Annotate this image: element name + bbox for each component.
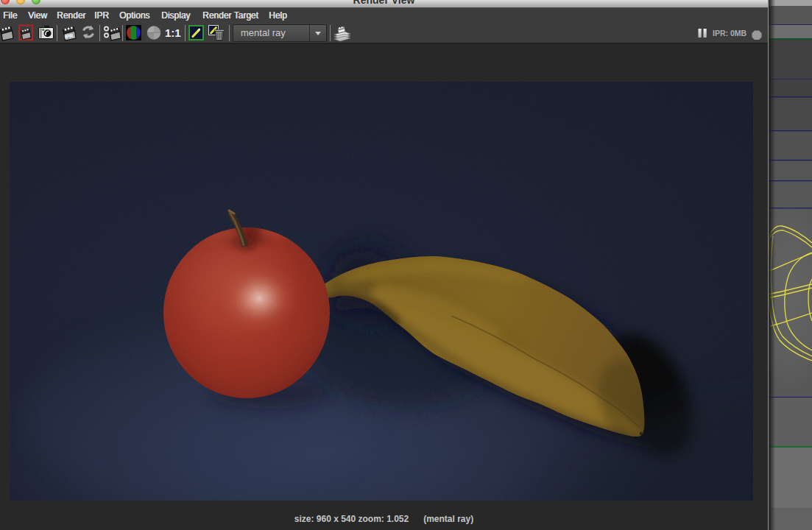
svg-text:1:1: 1:1 — [165, 26, 181, 39]
svg-text:IPR: 0MB: IPR: 0MB — [713, 29, 747, 38]
